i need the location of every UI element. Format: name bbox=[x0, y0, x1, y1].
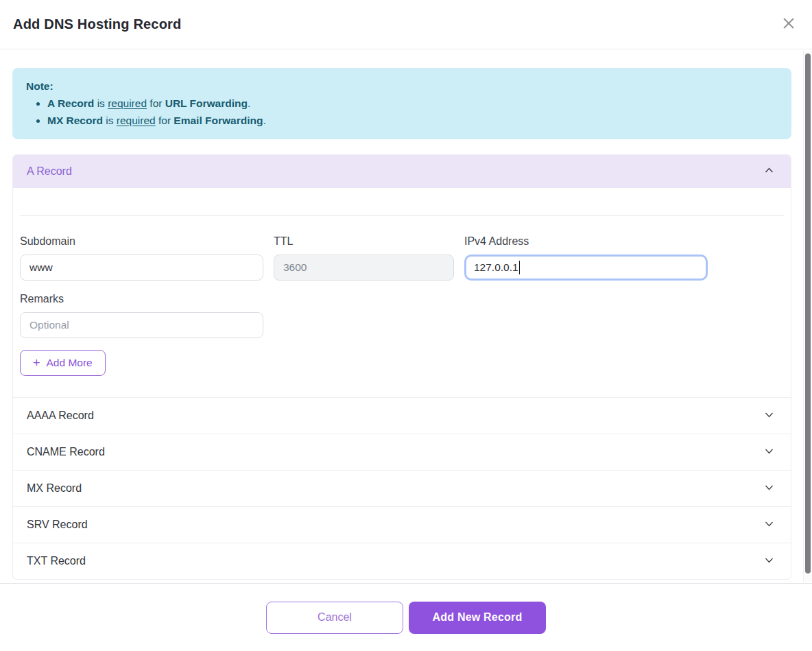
cancel-button[interactable]: Cancel bbox=[266, 602, 403, 634]
modal-header: Add DNS Hosting Record bbox=[0, 0, 812, 49]
note-list: A Record is required for URL Forwarding.… bbox=[26, 95, 778, 129]
plus-icon: + bbox=[33, 357, 40, 369]
add-more-button[interactable]: + Add More bbox=[20, 350, 106, 376]
add-new-record-button[interactable]: Add New Record bbox=[409, 602, 546, 634]
chevron-down-icon bbox=[763, 445, 775, 460]
modal-footer: Cancel Add New Record bbox=[0, 583, 812, 651]
ttl-label: TTL bbox=[274, 235, 454, 248]
chevron-down-icon bbox=[763, 409, 775, 423]
ipv4-address-input[interactable]: 127.0.0.1 bbox=[464, 255, 708, 281]
text-caret bbox=[519, 261, 521, 274]
note-callout: Note: A Record is required for URL Forwa… bbox=[12, 68, 791, 139]
scrollbar-thumb[interactable] bbox=[805, 54, 811, 573]
accordion-title: MX Record bbox=[27, 482, 82, 495]
remarks-label: Remarks bbox=[20, 293, 263, 305]
ipv4-address-value: 127.0.0.1 bbox=[474, 261, 518, 274]
accordion-title: AAAA Record bbox=[27, 410, 94, 422]
accordion-title: CNAME Record bbox=[27, 446, 105, 458]
subdomain-label: Subdomain bbox=[20, 235, 263, 248]
scrollbar[interactable] bbox=[803, 51, 812, 582]
subdomain-input[interactable] bbox=[20, 255, 263, 281]
close-button[interactable] bbox=[780, 15, 797, 34]
ttl-input bbox=[274, 255, 454, 281]
remarks-input[interactable] bbox=[20, 312, 263, 338]
accordion-header[interactable]: TXT Record bbox=[13, 543, 791, 579]
accordion-title: SRV Record bbox=[27, 519, 88, 531]
ipv4-address-label: IPv4 Address bbox=[464, 235, 708, 248]
accordion-header[interactable]: SRV Record bbox=[13, 506, 791, 543]
chevron-down-icon bbox=[763, 554, 775, 569]
note-item: A Record is required for URL Forwarding. bbox=[47, 95, 778, 112]
chevron-up-icon bbox=[763, 165, 775, 179]
modal-body: Note: A Record is required for URL Forwa… bbox=[0, 49, 812, 583]
record-accordion: A Record Subdomain TTL bbox=[12, 154, 791, 580]
accordion-title: TXT Record bbox=[27, 555, 86, 567]
accordion-header[interactable]: AAAA Record bbox=[13, 397, 791, 434]
accordion-header[interactable]: CNAME Record bbox=[13, 434, 791, 470]
accordion-title: A Record bbox=[27, 165, 72, 178]
close-icon bbox=[780, 15, 797, 34]
note-title: Note: bbox=[26, 78, 778, 95]
accordion-collapsed-list: AAAA Record CNAME Record MX Record SRV R… bbox=[13, 397, 791, 579]
a-record-panel: Subdomain TTL IPv4 Address 127.0.0.1 bbox=[13, 215, 791, 397]
accordion-header-a-record[interactable]: A Record bbox=[13, 155, 791, 188]
chevron-down-icon bbox=[763, 482, 775, 496]
chevron-down-icon bbox=[763, 518, 775, 532]
modal-title: Add DNS Hosting Record bbox=[13, 16, 182, 32]
accordion-header[interactable]: MX Record bbox=[13, 470, 791, 506]
note-item: MX Record is required for Email Forwardi… bbox=[47, 112, 778, 129]
add-more-label: Add More bbox=[47, 357, 93, 369]
